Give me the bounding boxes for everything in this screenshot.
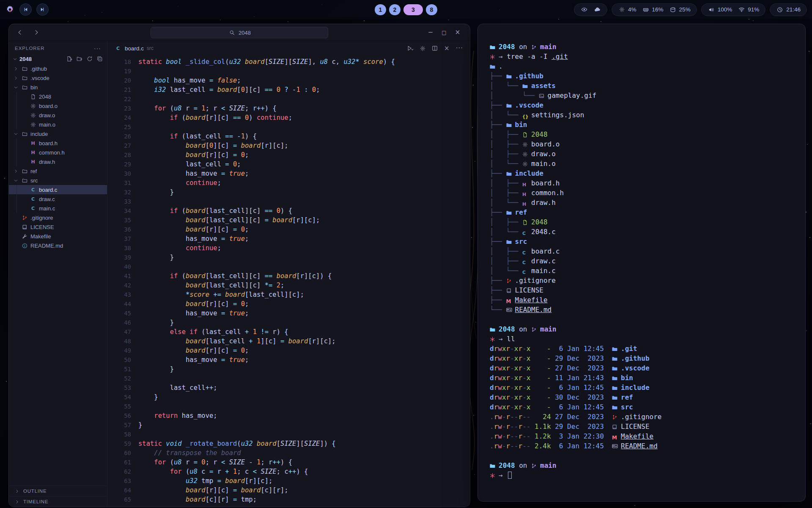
more-button[interactable]: ··· xyxy=(456,45,463,52)
code-line[interactable]: 29 last_cell = 0; xyxy=(107,160,470,169)
code-line[interactable]: 57} xyxy=(107,420,470,430)
new-folder-button[interactable] xyxy=(76,56,83,62)
win-close-button[interactable]: × xyxy=(444,45,450,52)
explorer-item-ref[interactable]: ref xyxy=(9,166,107,176)
code-line[interactable]: 19 xyxy=(107,66,470,76)
explorer-item-.github[interactable]: .github xyxy=(9,64,107,73)
new-file-button[interactable] xyxy=(66,56,73,62)
code-line[interactable]: 24 if (board[r][c] == 0) continue; xyxy=(107,113,470,122)
code-line[interactable]: 46 } xyxy=(107,318,470,327)
explorer-item-bin[interactable]: bin xyxy=(9,83,107,92)
system-logo-icon[interactable] xyxy=(5,5,15,14)
code-line[interactable]: 51 } xyxy=(107,364,470,374)
code-line[interactable]: 58 xyxy=(107,430,470,439)
explorer-item-draw.o[interactable]: draw.o xyxy=(9,110,107,120)
nav-forward-icon[interactable] xyxy=(33,29,40,36)
explorer-item-common.h[interactable]: Hcommon.h xyxy=(9,148,107,157)
code-line[interactable]: 52 xyxy=(107,374,470,383)
code-line[interactable]: 59static void _rotate_board(u32 board[SI… xyxy=(107,439,470,448)
code-line[interactable]: 39 } xyxy=(107,253,470,262)
weather-widget[interactable] xyxy=(574,3,607,16)
terminal-body[interactable]: 2048 on main→ tree -a -I .git.├── .githu… xyxy=(478,24,805,489)
code-line[interactable]: 34 if (board[last_cell][c] == 0) { xyxy=(107,206,470,215)
code-line[interactable]: 30 has_move = true; xyxy=(107,169,470,178)
code-line[interactable]: 47 else if (last_cell + 1 != r) { xyxy=(107,327,470,337)
code-line[interactable]: 53 last_cell++; xyxy=(107,383,470,392)
code-line[interactable]: 20 bool has_move = false; xyxy=(107,76,470,85)
explorer-item-include[interactable]: include xyxy=(9,129,107,138)
code-line[interactable]: 48 board[last_cell + 1][c] = board[r][c]… xyxy=(107,337,470,346)
close-button[interactable]: × xyxy=(452,29,463,36)
split-button[interactable] xyxy=(432,45,438,51)
maximize-button[interactable]: □ xyxy=(439,29,450,36)
code-line[interactable]: 25 xyxy=(107,122,470,132)
explorer-more-icon[interactable]: ··· xyxy=(94,45,101,52)
code-line[interactable]: 37 has_move = true; xyxy=(107,234,470,243)
tab-board-c[interactable]: board.c xyxy=(125,45,144,52)
code-line[interactable]: 44 board[r][c] = 0; xyxy=(107,299,470,309)
explorer-item-LICENSE[interactable]: LICENSE xyxy=(9,222,107,232)
code-line[interactable]: 65 board[c][r] = tmp; xyxy=(107,495,470,504)
code-line[interactable]: 21 i32 last_cell = board[0][c] == 0 ? -1… xyxy=(107,85,470,94)
explorer-item-board.c[interactable]: Cboard.c xyxy=(9,185,107,194)
code-line[interactable]: 63 u32 tmp = board[r][c]; xyxy=(107,476,470,486)
media-prev-button[interactable] xyxy=(19,3,32,16)
code-line[interactable]: 26 if (last_cell == -1) { xyxy=(107,132,470,141)
explorer-item-draw.c[interactable]: Cdraw.c xyxy=(9,194,107,204)
explorer-item-src[interactable]: src xyxy=(9,176,107,185)
code-line[interactable]: 33 xyxy=(107,197,470,206)
code-line[interactable]: 60 // transpose the board xyxy=(107,448,470,458)
code-line[interactable]: 42 board[last_cell][c] *= 2; xyxy=(107,281,470,290)
code-line[interactable]: 64 board[r][c] = board[c][r]; xyxy=(107,486,470,495)
explorer-item-main.c[interactable]: Cmain.c xyxy=(9,204,107,213)
code-line[interactable]: 55 xyxy=(107,402,470,411)
code-line[interactable]: 36 board[r][c] = 0; xyxy=(107,225,470,234)
code-line[interactable]: 43 *score += board[last_cell][c]; xyxy=(107,290,470,299)
refresh-button[interactable] xyxy=(86,56,93,62)
terminal-cursor[interactable] xyxy=(508,472,512,479)
explorer-item-.vscode[interactable]: .vscode xyxy=(9,73,107,83)
explorer-root[interactable]: 2048 xyxy=(9,54,107,64)
explorer-item-README.md[interactable]: README.md xyxy=(9,241,107,250)
code-line[interactable]: 18static bool _slide_col(u32 board[SIZE]… xyxy=(107,57,470,66)
code-line[interactable]: 50 has_move = true; xyxy=(107,355,470,364)
code-line[interactable]: 56 return has_move; xyxy=(107,411,470,420)
explorer-item-2048[interactable]: 2048 xyxy=(9,92,107,101)
code-line[interactable]: 62 for (u8 c = r + 1; c < SIZE; c++) { xyxy=(107,467,470,476)
explorer-item-board.o[interactable]: board.o xyxy=(9,101,107,110)
nav-back-icon[interactable] xyxy=(16,29,23,36)
code-line[interactable]: 27 board[0][c] = board[r][c]; xyxy=(107,141,470,150)
code-line[interactable]: 31 continue; xyxy=(107,178,470,188)
audio-network-widget[interactable]: 100%91% xyxy=(701,3,766,16)
code-editor[interactable]: 18static bool _slide_col(u32 board[SIZE]… xyxy=(107,55,470,507)
workspace-2[interactable]: 2 xyxy=(389,4,401,15)
explorer-item-board.h[interactable]: Hboard.h xyxy=(9,138,107,148)
code-line[interactable]: 28 board[r][c] = 0; xyxy=(107,150,470,160)
code-line[interactable]: 32 } xyxy=(107,188,470,197)
workspace-8[interactable]: 8 xyxy=(426,4,437,15)
code-line[interactable]: 54 } xyxy=(107,392,470,402)
code-line[interactable]: 45 has_move = true; xyxy=(107,309,470,318)
workspace-3[interactable]: 3 xyxy=(403,4,423,15)
code-line[interactable]: 22 xyxy=(107,94,470,104)
code-line[interactable]: 35 board[last_cell][c] = board[r][c]; xyxy=(107,215,470,225)
panel-outline[interactable]: OUTLINE xyxy=(9,486,107,496)
code-line[interactable]: 61 for (u8 r = 0; r < SIZE - 1; r++) { xyxy=(107,458,470,467)
system-stats-widget[interactable]: 4%16%25% xyxy=(612,3,697,16)
explorer-item-main.o[interactable]: main.o xyxy=(9,120,107,129)
collapse-all-button[interactable] xyxy=(96,56,104,62)
media-next-button[interactable] xyxy=(36,3,49,16)
explorer-item-Makefile[interactable]: Makefile xyxy=(9,232,107,241)
explorer-item-draw.h[interactable]: Hdraw.h xyxy=(9,157,107,166)
explorer-item-.gitignore[interactable]: .gitignore xyxy=(9,213,107,222)
minimize-button[interactable]: − xyxy=(425,29,436,36)
clock-widget[interactable]: 21:46 xyxy=(770,3,807,16)
code-line[interactable]: 38 continue; xyxy=(107,243,470,253)
workspace-1[interactable]: 1 xyxy=(375,4,386,15)
gear-button[interactable] xyxy=(420,46,425,51)
code-line[interactable]: 49 board[r][c] = 0; xyxy=(107,346,470,355)
command-center-search[interactable]: 2048 xyxy=(151,27,328,38)
code-line[interactable]: 23 for (u8 r = 1; r < SIZE; r++) { xyxy=(107,104,470,113)
code-line[interactable]: 41 if (board[last_cell][c] == board[r][c… xyxy=(107,271,470,281)
panel-timeline[interactable]: TIMELINE xyxy=(9,496,107,507)
